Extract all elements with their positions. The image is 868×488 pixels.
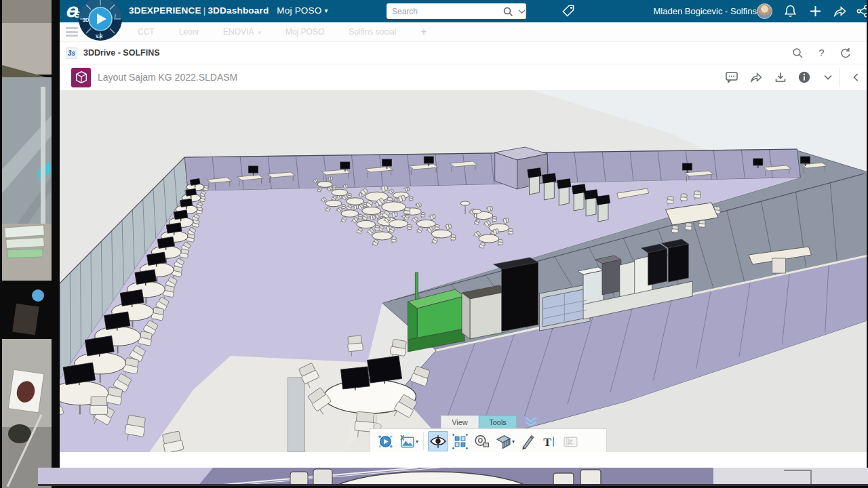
tag-icon[interactable] (561, 4, 576, 18)
tab-leoni[interactable]: Leoni (179, 27, 199, 37)
dashboard-tab-bar: CCT Leoni ENOVIA▾ Moj POSO Solfins socia… (60, 22, 867, 42)
search-input[interactable] (387, 7, 502, 16)
capture-media-button[interactable] (397, 431, 417, 451)
chevron-down-icon[interactable]: ▾ (512, 439, 515, 445)
search-options-chevron-icon[interactable] (518, 9, 526, 14)
title-divider: | (201, 5, 208, 16)
tab-cct[interactable]: CCT (138, 27, 155, 37)
download-icon[interactable] (774, 70, 787, 84)
tab-view[interactable]: View (441, 415, 479, 428)
compare-disabled-button (560, 431, 580, 451)
document-title: Layout Sajam KG 2022.SLDASM (98, 72, 237, 83)
pencil-icon (519, 433, 536, 450)
3d-viewport[interactable]: View Tools (60, 90, 867, 452)
eye-icon (429, 432, 447, 450)
divider (840, 68, 840, 87)
refresh-icon[interactable] (839, 47, 852, 60)
tab-enovia[interactable]: ENOVIA▾ (223, 27, 261, 37)
svg-text:T: T (543, 434, 551, 448)
share-arrow-icon[interactable] (749, 70, 763, 84)
play-experience-icon (377, 433, 394, 450)
svg-text:V.R: V.R (96, 34, 103, 39)
viewer-toolbar: ▾ (370, 428, 607, 452)
3dcompass-icon[interactable]: 3D V.R i (77, 0, 123, 42)
app-name: 3DDashboard (208, 5, 269, 16)
collapse-panel-chevron-left-icon[interactable] (849, 70, 863, 84)
global-search (387, 3, 526, 19)
brand-name: 3DEXPERIENCE (129, 5, 201, 16)
section-plane-icon (495, 433, 512, 450)
drive-header: 3s 3DDrive - SOLFINS ? (60, 42, 867, 64)
text-annotation-button[interactable]: T (538, 431, 559, 451)
tab-solfins-social[interactable]: Solfins social (349, 27, 396, 37)
play-experience-button[interactable] (375, 431, 395, 451)
background-photo-graphic (2, 0, 52, 488)
viewer-tab-switcher: View Tools (441, 415, 517, 428)
platform-top-bar: Ɵ S 3DEXPERIENCE|3DDashboard Moj POSO▾ M… (60, 0, 867, 22)
search-icon[interactable] (791, 47, 804, 60)
background-3d-strip (38, 468, 868, 486)
selection-squares-icon (452, 433, 469, 450)
3d-scene-render (60, 90, 867, 452)
chevron-down-icon: ▾ (258, 29, 261, 36)
text-tool-icon: T (540, 433, 557, 450)
3dexperience-window: Ɵ S 3DEXPERIENCE|3DDashboard Moj POSO▾ M… (60, 0, 867, 468)
search-icon[interactable] (502, 6, 513, 17)
tab-moj-poso[interactable]: Moj POSO (285, 27, 324, 37)
document-bar: Layout Sajam KG 2022.SLDASM (60, 64, 867, 90)
window-footer-space (60, 452, 867, 468)
info-icon[interactable] (797, 70, 811, 84)
hamburger-menu-icon[interactable] (66, 27, 78, 37)
chevron-down-icon[interactable]: ▾ (416, 439, 418, 445)
section-button[interactable] (493, 431, 513, 451)
divider (423, 432, 424, 450)
user-name[interactable]: Mladen Bogicevic - Solfins (654, 6, 757, 16)
share-network-icon[interactable] (856, 4, 867, 18)
avatar[interactable] (757, 3, 772, 19)
assembly-cube-icon (71, 68, 91, 87)
3ddrive-logo-icon: 3s (66, 47, 77, 59)
collapse-toolbar-double-chevron-icon[interactable] (524, 416, 538, 428)
manipulate-selection-button[interactable] (450, 431, 470, 451)
ink-draw-button[interactable] (517, 431, 537, 451)
svg-text:3D: 3D (83, 18, 89, 22)
hide-show-button[interactable] (428, 431, 448, 451)
app-title: 3DEXPERIENCE|3DDashboard Moj POSO▾ (129, 5, 328, 16)
share-arrow-icon[interactable] (833, 4, 847, 18)
notifications-bell-icon[interactable] (783, 4, 797, 18)
help-icon[interactable]: ? (815, 47, 828, 60)
desktop-background-photo (2, 0, 52, 488)
add-tab-button[interactable]: + (420, 26, 427, 38)
background-3d-strip-graphic (38, 468, 868, 486)
chevron-down-icon[interactable]: ▾ (324, 7, 328, 14)
add-content-icon[interactable] (808, 4, 823, 18)
dashboard-selector[interactable]: Moj POSO (277, 5, 321, 16)
capture-media-icon (399, 433, 416, 450)
chevron-down-icon[interactable] (821, 70, 835, 84)
tab-tools[interactable]: Tools (479, 415, 517, 428)
measure-button[interactable] (471, 431, 492, 451)
drive-title: 3DDrive - SOLFINS (83, 48, 160, 58)
measure-tape-icon (473, 433, 490, 450)
comments-icon[interactable] (725, 70, 738, 84)
compare-icon (562, 433, 579, 450)
